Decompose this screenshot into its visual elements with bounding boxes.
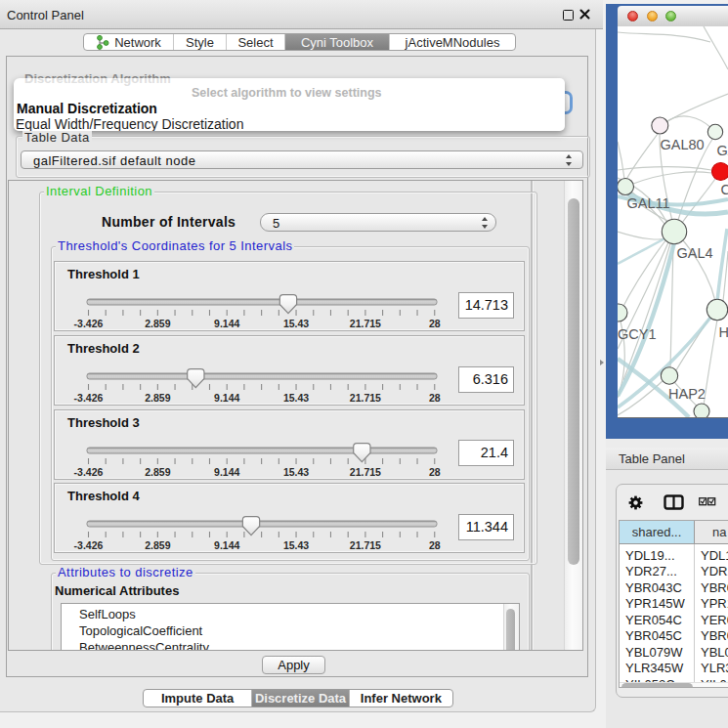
svg-text:HAP2: HAP2 [668, 386, 706, 402]
svg-text:GAL4: GAL4 [677, 245, 713, 261]
svg-text:GCY1: GCY1 [618, 326, 657, 342]
svg-text:GAL11: GAL11 [627, 195, 670, 211]
svg-text:H: H [719, 324, 728, 340]
svg-text:GA: GA [717, 143, 728, 158]
svg-text:GAL80: GAL80 [661, 137, 705, 152]
svg-text:C: C [721, 182, 728, 197]
